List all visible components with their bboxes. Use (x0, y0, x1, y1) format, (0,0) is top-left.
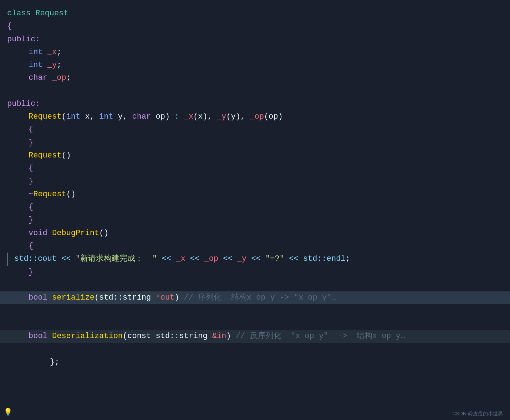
code-line-highlighted: bool serialize(std::string *out) // 序列化 … (7, 291, 503, 304)
code-line: int _x; (7, 46, 503, 59)
code-line: } (7, 214, 503, 227)
code-line-empty (7, 304, 503, 317)
code-content: class Request { public: int _x; int _y; … (0, 7, 510, 369)
code-line-empty (7, 85, 503, 98)
code-line: std::cout << "新请求构建完成： " << _x << _op <<… (7, 253, 503, 265)
bulb-icon: 💡 (4, 408, 12, 416)
code-line-empty (7, 343, 503, 356)
code-line-empty (7, 279, 503, 291)
code-editor: class Request { public: int _x; int _y; … (0, 0, 510, 420)
code-line: ~Request() (7, 188, 503, 201)
code-line: { (7, 162, 503, 175)
code-line: { (7, 20, 503, 33)
code-line: { (7, 201, 503, 214)
code-line: public: (7, 33, 503, 46)
code-line-highlighted-2: bool Deserialization(const std::string &… (7, 330, 503, 343)
footer-text: CSDN @皮蛋的小世界 (452, 411, 503, 417)
code-line-empty (7, 317, 503, 330)
code-line: void DebugPrint() (7, 227, 503, 240)
code-line: { (7, 240, 503, 253)
code-line: Request(int x, int y, char op) : _x(x), … (7, 110, 503, 123)
code-line: } (7, 266, 503, 279)
code-line: { (7, 123, 503, 136)
code-line: class Request (7, 7, 503, 20)
code-line: int _y; (7, 59, 503, 72)
code-line: Request() (7, 149, 503, 162)
code-line: char _op; (7, 72, 503, 84)
code-line: }; (7, 356, 503, 369)
code-line: public: (7, 98, 503, 110)
code-line: } (7, 136, 503, 149)
code-line: } (7, 175, 503, 188)
